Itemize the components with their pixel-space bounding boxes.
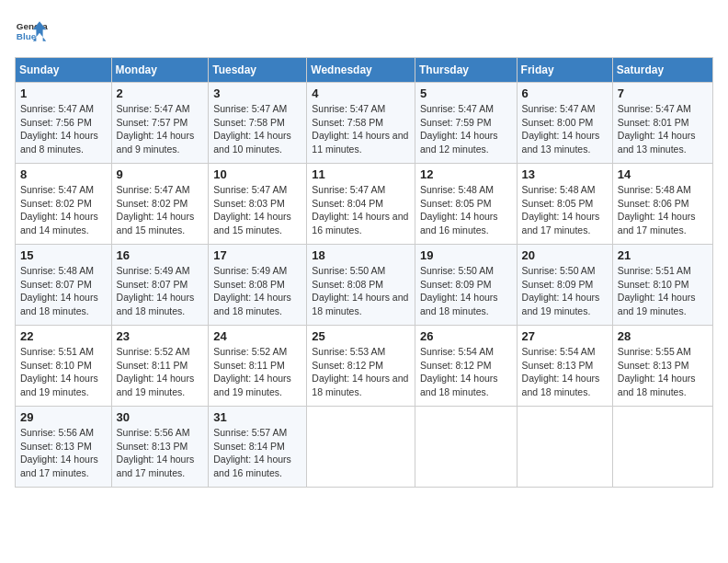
cell-info: Sunrise: 5:48 AM Sunset: 8:05 PM Dayligh… xyxy=(522,183,608,237)
calendar-cell: 25 Sunrise: 5:53 AM Sunset: 8:12 PM Dayl… xyxy=(307,326,415,407)
calendar-cell: 19 Sunrise: 5:50 AM Sunset: 8:09 PM Dayl… xyxy=(415,245,517,326)
calendar-cell: 28 Sunrise: 5:55 AM Sunset: 8:13 PM Dayl… xyxy=(612,326,712,407)
day-number: 27 xyxy=(522,329,608,343)
day-number: 15 xyxy=(20,248,107,262)
calendar-cell: 23 Sunrise: 5:52 AM Sunset: 8:11 PM Dayl… xyxy=(111,326,209,407)
calendar-week-2: 8 Sunrise: 5:47 AM Sunset: 8:02 PM Dayli… xyxy=(16,164,713,245)
cell-info: Sunrise: 5:47 AM Sunset: 8:03 PM Dayligh… xyxy=(213,183,301,237)
day-number: 25 xyxy=(312,329,410,343)
day-number: 10 xyxy=(213,167,301,181)
cell-info: Sunrise: 5:57 AM Sunset: 8:14 PM Dayligh… xyxy=(213,426,301,480)
cell-info: Sunrise: 5:50 AM Sunset: 8:08 PM Dayligh… xyxy=(312,264,410,318)
header: General Blue xyxy=(15,15,713,48)
calendar-cell: 11 Sunrise: 5:47 AM Sunset: 8:04 PM Dayl… xyxy=(307,164,415,245)
cell-info: Sunrise: 5:47 AM Sunset: 8:02 PM Dayligh… xyxy=(20,183,107,237)
day-number: 14 xyxy=(618,167,708,181)
day-number: 9 xyxy=(117,167,204,181)
calendar-cell: 12 Sunrise: 5:48 AM Sunset: 8:05 PM Dayl… xyxy=(415,164,517,245)
day-number: 30 xyxy=(117,410,204,424)
day-number: 13 xyxy=(522,167,608,181)
cell-info: Sunrise: 5:55 AM Sunset: 8:13 PM Dayligh… xyxy=(618,345,708,399)
day-number: 6 xyxy=(522,86,608,100)
calendar-cell: 22 Sunrise: 5:51 AM Sunset: 8:10 PM Dayl… xyxy=(16,326,112,407)
cell-info: Sunrise: 5:56 AM Sunset: 8:13 PM Dayligh… xyxy=(20,426,107,480)
calendar-cell: 27 Sunrise: 5:54 AM Sunset: 8:13 PM Dayl… xyxy=(517,326,612,407)
calendar-cell: 26 Sunrise: 5:54 AM Sunset: 8:12 PM Dayl… xyxy=(415,326,517,407)
cell-info: Sunrise: 5:56 AM Sunset: 8:13 PM Dayligh… xyxy=(117,426,204,480)
day-number: 31 xyxy=(213,410,301,424)
cell-info: Sunrise: 5:54 AM Sunset: 8:12 PM Dayligh… xyxy=(420,345,512,399)
cell-info: Sunrise: 5:51 AM Sunset: 8:10 PM Dayligh… xyxy=(618,264,708,318)
calendar-table: SundayMondayTuesdayWednesdayThursdayFrid… xyxy=(15,57,713,488)
cell-info: Sunrise: 5:47 AM Sunset: 7:58 PM Dayligh… xyxy=(213,102,301,156)
day-number: 3 xyxy=(213,86,301,100)
calendar-week-3: 15 Sunrise: 5:48 AM Sunset: 8:07 PM Dayl… xyxy=(16,245,713,326)
cell-info: Sunrise: 5:48 AM Sunset: 8:05 PM Dayligh… xyxy=(420,183,512,237)
day-number: 1 xyxy=(20,86,107,100)
day-number: 7 xyxy=(618,86,708,100)
calendar-cell: 1 Sunrise: 5:47 AM Sunset: 7:56 PM Dayli… xyxy=(16,83,112,164)
day-header-friday: Friday xyxy=(517,58,612,83)
logo: General Blue xyxy=(15,15,48,48)
cell-info: Sunrise: 5:47 AM Sunset: 8:02 PM Dayligh… xyxy=(117,183,204,237)
calendar-cell: 18 Sunrise: 5:50 AM Sunset: 8:08 PM Dayl… xyxy=(307,245,415,326)
day-number: 19 xyxy=(420,248,512,262)
day-number: 18 xyxy=(312,248,410,262)
calendar-cell xyxy=(415,407,517,488)
calendar-cell: 2 Sunrise: 5:47 AM Sunset: 7:57 PM Dayli… xyxy=(111,83,209,164)
cell-info: Sunrise: 5:47 AM Sunset: 7:56 PM Dayligh… xyxy=(20,102,107,156)
calendar-cell: 8 Sunrise: 5:47 AM Sunset: 8:02 PM Dayli… xyxy=(16,164,112,245)
cell-info: Sunrise: 5:50 AM Sunset: 8:09 PM Dayligh… xyxy=(420,264,512,318)
calendar-week-5: 29 Sunrise: 5:56 AM Sunset: 8:13 PM Dayl… xyxy=(16,407,713,488)
calendar-cell: 10 Sunrise: 5:47 AM Sunset: 8:03 PM Dayl… xyxy=(209,164,307,245)
calendar-cell: 9 Sunrise: 5:47 AM Sunset: 8:02 PM Dayli… xyxy=(111,164,209,245)
day-number: 24 xyxy=(213,329,301,343)
cell-info: Sunrise: 5:49 AM Sunset: 8:07 PM Dayligh… xyxy=(117,264,204,318)
day-number: 20 xyxy=(522,248,608,262)
calendar-cell: 31 Sunrise: 5:57 AM Sunset: 8:14 PM Dayl… xyxy=(209,407,307,488)
cell-info: Sunrise: 5:47 AM Sunset: 7:58 PM Dayligh… xyxy=(312,102,410,156)
day-header-tuesday: Tuesday xyxy=(209,58,307,83)
day-number: 21 xyxy=(618,248,708,262)
day-number: 26 xyxy=(420,329,512,343)
calendar-cell: 21 Sunrise: 5:51 AM Sunset: 8:10 PM Dayl… xyxy=(612,245,712,326)
cell-info: Sunrise: 5:51 AM Sunset: 8:10 PM Dayligh… xyxy=(20,345,107,399)
calendar-cell: 16 Sunrise: 5:49 AM Sunset: 8:07 PM Dayl… xyxy=(111,245,209,326)
day-number: 4 xyxy=(312,86,410,100)
calendar-cell: 15 Sunrise: 5:48 AM Sunset: 8:07 PM Dayl… xyxy=(16,245,112,326)
day-number: 5 xyxy=(420,86,512,100)
cell-info: Sunrise: 5:49 AM Sunset: 8:08 PM Dayligh… xyxy=(213,264,301,318)
cell-info: Sunrise: 5:52 AM Sunset: 8:11 PM Dayligh… xyxy=(213,345,301,399)
day-header-monday: Monday xyxy=(111,58,209,83)
calendar-cell: 5 Sunrise: 5:47 AM Sunset: 7:59 PM Dayli… xyxy=(415,83,517,164)
day-number: 8 xyxy=(20,167,107,181)
cell-info: Sunrise: 5:47 AM Sunset: 8:00 PM Dayligh… xyxy=(522,102,608,156)
cell-info: Sunrise: 5:50 AM Sunset: 8:09 PM Dayligh… xyxy=(522,264,608,318)
day-header-saturday: Saturday xyxy=(612,58,712,83)
cell-info: Sunrise: 5:47 AM Sunset: 8:04 PM Dayligh… xyxy=(312,183,410,237)
cell-info: Sunrise: 5:48 AM Sunset: 8:07 PM Dayligh… xyxy=(20,264,107,318)
day-number: 23 xyxy=(117,329,204,343)
calendar-cell: 29 Sunrise: 5:56 AM Sunset: 8:13 PM Dayl… xyxy=(16,407,112,488)
logo-icon: General Blue xyxy=(15,15,48,48)
calendar-cell: 3 Sunrise: 5:47 AM Sunset: 7:58 PM Dayli… xyxy=(209,83,307,164)
day-number: 28 xyxy=(618,329,708,343)
cell-info: Sunrise: 5:47 AM Sunset: 7:57 PM Dayligh… xyxy=(117,102,204,156)
day-number: 16 xyxy=(117,248,204,262)
cell-info: Sunrise: 5:54 AM Sunset: 8:13 PM Dayligh… xyxy=(522,345,608,399)
day-number: 22 xyxy=(20,329,107,343)
cell-info: Sunrise: 5:47 AM Sunset: 8:01 PM Dayligh… xyxy=(618,102,708,156)
day-number: 12 xyxy=(420,167,512,181)
calendar-cell xyxy=(517,407,612,488)
day-number: 29 xyxy=(20,410,107,424)
calendar-week-1: 1 Sunrise: 5:47 AM Sunset: 7:56 PM Dayli… xyxy=(16,83,713,164)
calendar-cell: 17 Sunrise: 5:49 AM Sunset: 8:08 PM Dayl… xyxy=(209,245,307,326)
calendar-cell: 24 Sunrise: 5:52 AM Sunset: 8:11 PM Dayl… xyxy=(209,326,307,407)
cell-info: Sunrise: 5:48 AM Sunset: 8:06 PM Dayligh… xyxy=(618,183,708,237)
calendar-cell: 30 Sunrise: 5:56 AM Sunset: 8:13 PM Dayl… xyxy=(111,407,209,488)
calendar-cell: 6 Sunrise: 5:47 AM Sunset: 8:00 PM Dayli… xyxy=(517,83,612,164)
day-header-sunday: Sunday xyxy=(16,58,112,83)
day-number: 17 xyxy=(213,248,301,262)
day-number: 11 xyxy=(312,167,410,181)
cell-info: Sunrise: 5:47 AM Sunset: 7:59 PM Dayligh… xyxy=(420,102,512,156)
